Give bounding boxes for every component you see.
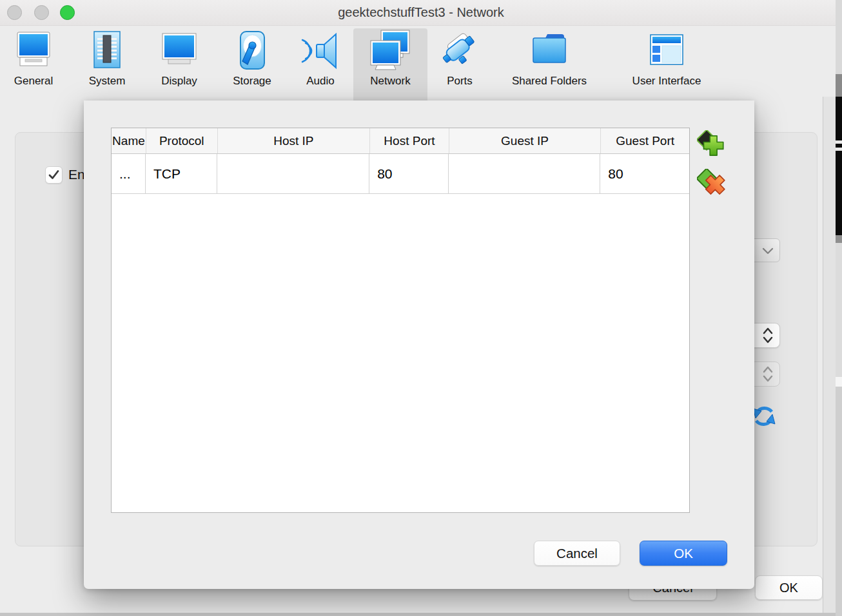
- title-bar: geektechstuffTest3 - Network: [0, 0, 842, 26]
- settings-toolbar: General System: [0, 26, 842, 103]
- toolbar-item-system[interactable]: System: [80, 28, 134, 102]
- network-icon: [369, 28, 412, 72]
- window-bottom-edge: [0, 613, 842, 616]
- toolbar-label-audio: Audio: [306, 75, 334, 88]
- table-header-row: Name Protocol Host IP Host Port Guest IP…: [112, 128, 689, 154]
- table-row: ... TCP 80 80: [112, 154, 689, 194]
- enable-network-adapter-checkbox[interactable]: [45, 166, 63, 184]
- window-title: geektechstuffTest3 - Network: [0, 5, 842, 20]
- column-header-host-ip: Host IP: [217, 128, 369, 153]
- toolbar-item-ports[interactable]: Ports: [436, 28, 484, 102]
- storage-icon: [232, 28, 272, 72]
- toolbar-item-display[interactable]: Display: [151, 28, 208, 102]
- remove-rule-button[interactable]: [697, 169, 725, 197]
- column-header-host-port: Host Port: [369, 128, 449, 153]
- add-rule-button[interactable]: [697, 130, 725, 159]
- display-icon: [159, 28, 199, 72]
- settings-ok-button[interactable]: OK: [755, 575, 823, 600]
- toolbar-label-user-interface: User Interface: [632, 75, 701, 88]
- dialog-ok-label: OK: [674, 546, 693, 561]
- toolbar-item-shared-folders[interactable]: Shared Folders: [502, 28, 597, 102]
- stepper-up-down-icon: [762, 327, 774, 344]
- enable-network-adapter-label: En: [68, 167, 85, 182]
- toolbar-label-display: Display: [161, 75, 197, 88]
- toolbar-label-network: Network: [370, 75, 410, 88]
- refresh-icon: [752, 404, 776, 428]
- audio-icon: [300, 28, 341, 72]
- add-rule-icon: [697, 130, 725, 159]
- toolbar-label-general: General: [14, 75, 53, 88]
- toolbar-item-network[interactable]: Network: [353, 28, 427, 102]
- toolbar-label-shared-folders: Shared Folders: [512, 75, 587, 88]
- cell-protocol[interactable]: TCP: [146, 154, 217, 194]
- toolbar-item-general[interactable]: General: [5, 28, 62, 102]
- shared-folders-icon: [528, 28, 571, 72]
- dialog-cancel-label: Cancel: [556, 546, 598, 561]
- ports-icon: [439, 28, 480, 72]
- user-interface-icon: [647, 28, 687, 72]
- column-header-guest-port: Guest Port: [600, 128, 689, 153]
- stepper-up-down-disabled-icon: [762, 365, 774, 383]
- port-forwarding-dialog: Name Protocol Host IP Host Port Guest IP…: [84, 101, 754, 589]
- toolbar-label-system: System: [89, 75, 126, 88]
- toolbar-item-user-interface[interactable]: User Interface: [622, 28, 712, 102]
- checkmark-icon: [48, 169, 59, 180]
- chevron-down-icon: [762, 247, 774, 255]
- toolbar-label-ports: Ports: [447, 75, 473, 88]
- column-header-guest-ip: Guest IP: [449, 128, 600, 153]
- cell-host-port[interactable]: 80: [369, 154, 449, 194]
- toolbar-label-storage: Storage: [233, 75, 271, 88]
- column-header-protocol: Protocol: [146, 128, 217, 153]
- refresh-mac-button[interactable]: [752, 404, 776, 428]
- dialog-cancel-button[interactable]: Cancel: [534, 541, 620, 566]
- toolbar-item-storage[interactable]: Storage: [223, 28, 281, 102]
- system-icon: [87, 28, 127, 72]
- general-icon: [14, 28, 54, 72]
- background-window-bleed: [836, 0, 842, 616]
- cell-guest-ip[interactable]: [449, 154, 600, 194]
- cell-name[interactable]: ...: [112, 154, 146, 194]
- cell-guest-port[interactable]: 80: [600, 154, 689, 194]
- window-right-edge: [823, 97, 836, 613]
- settings-ok-label: OK: [779, 581, 798, 595]
- port-forwarding-table: Name Protocol Host IP Host Port Guest IP…: [111, 128, 690, 513]
- dialog-ok-button[interactable]: OK: [640, 541, 727, 566]
- cell-host-ip[interactable]: [217, 154, 369, 194]
- remove-rule-icon: [697, 169, 725, 197]
- toolbar-item-audio[interactable]: Audio: [297, 28, 344, 102]
- column-header-name: Name: [112, 128, 146, 153]
